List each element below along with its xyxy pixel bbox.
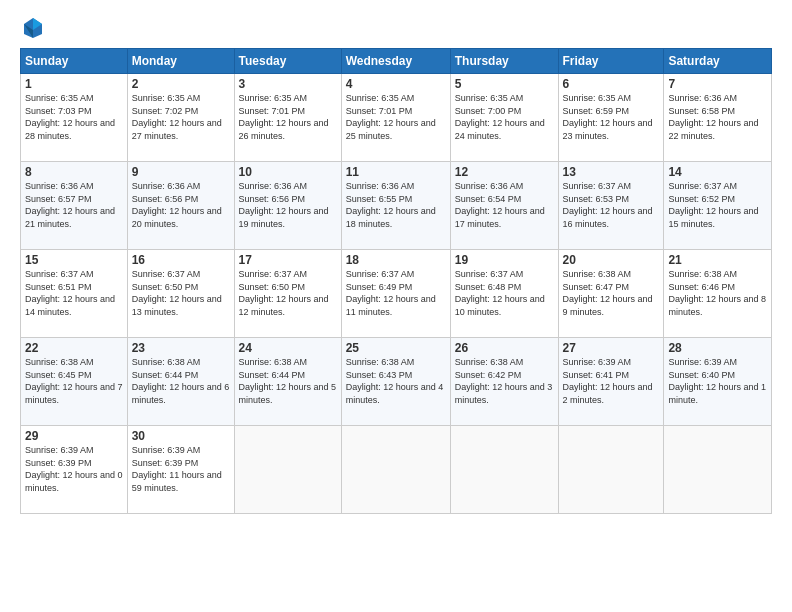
week-row-3: 15 Sunrise: 6:37 AM Sunset: 6:51 PM Dayl… [21,250,772,338]
day-info: Sunrise: 6:35 AM Sunset: 7:03 PM Dayligh… [25,93,115,141]
day-number: 17 [239,253,337,267]
day-info: Sunrise: 6:37 AM Sunset: 6:48 PM Dayligh… [455,269,545,317]
weekday-header-sunday: Sunday [21,49,128,74]
day-number: 9 [132,165,230,179]
day-info: Sunrise: 6:38 AM Sunset: 6:45 PM Dayligh… [25,357,123,405]
day-cell: 19 Sunrise: 6:37 AM Sunset: 6:48 PM Dayl… [450,250,558,338]
day-number: 7 [668,77,767,91]
day-cell: 4 Sunrise: 6:35 AM Sunset: 7:01 PM Dayli… [341,74,450,162]
day-number: 2 [132,77,230,91]
week-row-4: 22 Sunrise: 6:38 AM Sunset: 6:45 PM Dayl… [21,338,772,426]
day-cell: 1 Sunrise: 6:35 AM Sunset: 7:03 PM Dayli… [21,74,128,162]
day-info: Sunrise: 6:36 AM Sunset: 6:56 PM Dayligh… [132,181,222,229]
day-info: Sunrise: 6:38 AM Sunset: 6:44 PM Dayligh… [239,357,337,405]
day-info: Sunrise: 6:36 AM Sunset: 6:58 PM Dayligh… [668,93,758,141]
day-number: 6 [563,77,660,91]
day-info: Sunrise: 6:38 AM Sunset: 6:42 PM Dayligh… [455,357,553,405]
day-cell: 16 Sunrise: 6:37 AM Sunset: 6:50 PM Dayl… [127,250,234,338]
day-cell: 10 Sunrise: 6:36 AM Sunset: 6:56 PM Dayl… [234,162,341,250]
day-cell: 24 Sunrise: 6:38 AM Sunset: 6:44 PM Dayl… [234,338,341,426]
day-cell: 30 Sunrise: 6:39 AM Sunset: 6:39 PM Dayl… [127,426,234,514]
day-cell: 25 Sunrise: 6:38 AM Sunset: 6:43 PM Dayl… [341,338,450,426]
day-cell: 18 Sunrise: 6:37 AM Sunset: 6:49 PM Dayl… [341,250,450,338]
day-number: 20 [563,253,660,267]
day-info: Sunrise: 6:38 AM Sunset: 6:46 PM Dayligh… [668,269,766,317]
day-cell: 20 Sunrise: 6:38 AM Sunset: 6:47 PM Dayl… [558,250,664,338]
day-cell: 8 Sunrise: 6:36 AM Sunset: 6:57 PM Dayli… [21,162,128,250]
weekday-header-thursday: Thursday [450,49,558,74]
day-number: 14 [668,165,767,179]
day-number: 23 [132,341,230,355]
day-cell: 3 Sunrise: 6:35 AM Sunset: 7:01 PM Dayli… [234,74,341,162]
day-number: 8 [25,165,123,179]
day-cell [664,426,772,514]
weekday-header-wednesday: Wednesday [341,49,450,74]
header [20,16,772,38]
day-cell: 29 Sunrise: 6:39 AM Sunset: 6:39 PM Dayl… [21,426,128,514]
day-cell: 27 Sunrise: 6:39 AM Sunset: 6:41 PM Dayl… [558,338,664,426]
day-info: Sunrise: 6:35 AM Sunset: 7:02 PM Dayligh… [132,93,222,141]
day-number: 16 [132,253,230,267]
day-info: Sunrise: 6:37 AM Sunset: 6:49 PM Dayligh… [346,269,436,317]
day-info: Sunrise: 6:35 AM Sunset: 7:01 PM Dayligh… [346,93,436,141]
day-info: Sunrise: 6:37 AM Sunset: 6:52 PM Dayligh… [668,181,758,229]
day-info: Sunrise: 6:35 AM Sunset: 7:01 PM Dayligh… [239,93,329,141]
day-cell: 9 Sunrise: 6:36 AM Sunset: 6:56 PM Dayli… [127,162,234,250]
day-cell: 17 Sunrise: 6:37 AM Sunset: 6:50 PM Dayl… [234,250,341,338]
logo-icon [22,16,44,38]
day-cell [450,426,558,514]
day-number: 28 [668,341,767,355]
day-number: 11 [346,165,446,179]
day-cell: 28 Sunrise: 6:39 AM Sunset: 6:40 PM Dayl… [664,338,772,426]
day-info: Sunrise: 6:39 AM Sunset: 6:40 PM Dayligh… [668,357,766,405]
day-cell: 22 Sunrise: 6:38 AM Sunset: 6:45 PM Dayl… [21,338,128,426]
day-info: Sunrise: 6:35 AM Sunset: 6:59 PM Dayligh… [563,93,653,141]
day-number: 1 [25,77,123,91]
week-row-5: 29 Sunrise: 6:39 AM Sunset: 6:39 PM Dayl… [21,426,772,514]
day-info: Sunrise: 6:39 AM Sunset: 6:39 PM Dayligh… [25,445,123,493]
day-info: Sunrise: 6:35 AM Sunset: 7:00 PM Dayligh… [455,93,545,141]
day-number: 29 [25,429,123,443]
day-number: 30 [132,429,230,443]
day-cell [234,426,341,514]
week-row-1: 1 Sunrise: 6:35 AM Sunset: 7:03 PM Dayli… [21,74,772,162]
day-cell: 14 Sunrise: 6:37 AM Sunset: 6:52 PM Dayl… [664,162,772,250]
weekday-header-tuesday: Tuesday [234,49,341,74]
day-info: Sunrise: 6:38 AM Sunset: 6:47 PM Dayligh… [563,269,653,317]
day-cell: 13 Sunrise: 6:37 AM Sunset: 6:53 PM Dayl… [558,162,664,250]
day-info: Sunrise: 6:36 AM Sunset: 6:57 PM Dayligh… [25,181,115,229]
day-info: Sunrise: 6:39 AM Sunset: 6:39 PM Dayligh… [132,445,222,493]
day-cell: 23 Sunrise: 6:38 AM Sunset: 6:44 PM Dayl… [127,338,234,426]
week-row-2: 8 Sunrise: 6:36 AM Sunset: 6:57 PM Dayli… [21,162,772,250]
day-number: 5 [455,77,554,91]
day-number: 21 [668,253,767,267]
day-info: Sunrise: 6:39 AM Sunset: 6:41 PM Dayligh… [563,357,653,405]
day-cell: 11 Sunrise: 6:36 AM Sunset: 6:55 PM Dayl… [341,162,450,250]
day-info: Sunrise: 6:37 AM Sunset: 6:53 PM Dayligh… [563,181,653,229]
day-number: 10 [239,165,337,179]
day-cell: 5 Sunrise: 6:35 AM Sunset: 7:00 PM Dayli… [450,74,558,162]
weekday-header-saturday: Saturday [664,49,772,74]
weekday-header-row: SundayMondayTuesdayWednesdayThursdayFrid… [21,49,772,74]
day-info: Sunrise: 6:36 AM Sunset: 6:56 PM Dayligh… [239,181,329,229]
day-number: 18 [346,253,446,267]
day-info: Sunrise: 6:37 AM Sunset: 6:50 PM Dayligh… [132,269,222,317]
weekday-header-friday: Friday [558,49,664,74]
day-number: 22 [25,341,123,355]
day-cell [341,426,450,514]
day-cell: 26 Sunrise: 6:38 AM Sunset: 6:42 PM Dayl… [450,338,558,426]
weekday-header-monday: Monday [127,49,234,74]
day-number: 25 [346,341,446,355]
day-number: 15 [25,253,123,267]
day-cell: 15 Sunrise: 6:37 AM Sunset: 6:51 PM Dayl… [21,250,128,338]
calendar-page: SundayMondayTuesdayWednesdayThursdayFrid… [0,0,792,612]
day-number: 27 [563,341,660,355]
day-cell: 21 Sunrise: 6:38 AM Sunset: 6:46 PM Dayl… [664,250,772,338]
calendar-table: SundayMondayTuesdayWednesdayThursdayFrid… [20,48,772,514]
day-number: 4 [346,77,446,91]
day-number: 19 [455,253,554,267]
day-cell: 7 Sunrise: 6:36 AM Sunset: 6:58 PM Dayli… [664,74,772,162]
day-info: Sunrise: 6:36 AM Sunset: 6:54 PM Dayligh… [455,181,545,229]
day-number: 24 [239,341,337,355]
day-info: Sunrise: 6:38 AM Sunset: 6:44 PM Dayligh… [132,357,230,405]
